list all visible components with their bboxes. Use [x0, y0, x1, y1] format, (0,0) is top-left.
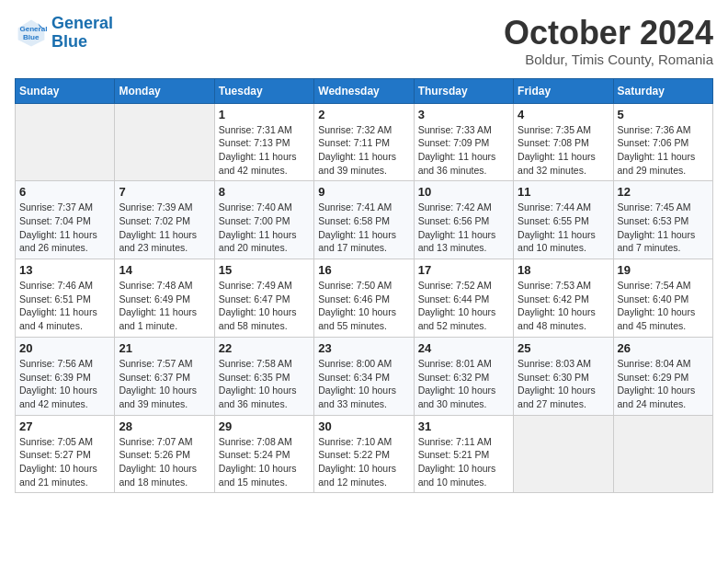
calendar-cell: 5Sunrise: 7:36 AM Sunset: 7:06 PM Daylig…: [613, 103, 712, 181]
calendar-cell: 13Sunrise: 7:46 AM Sunset: 6:51 PM Dayli…: [16, 259, 115, 338]
day-number: 16: [318, 263, 409, 277]
day-number: 6: [19, 185, 110, 199]
day-info: Sunrise: 8:03 AM Sunset: 6:30 PM Dayligh…: [518, 357, 609, 411]
weekday-header: Sunday: [16, 78, 115, 103]
calendar-cell: [613, 415, 712, 493]
calendar-cell: 31Sunrise: 7:11 AM Sunset: 5:21 PM Dayli…: [414, 415, 513, 493]
day-number: 30: [318, 419, 409, 433]
day-number: 22: [219, 341, 310, 355]
calendar-cell: 29Sunrise: 7:08 AM Sunset: 5:24 PM Dayli…: [214, 415, 313, 493]
day-info: Sunrise: 7:49 AM Sunset: 6:47 PM Dayligh…: [219, 279, 310, 333]
calendar-cell: 27Sunrise: 7:05 AM Sunset: 5:27 PM Dayli…: [16, 415, 115, 493]
day-info: Sunrise: 7:33 AM Sunset: 7:09 PM Dayligh…: [418, 123, 509, 178]
day-info: Sunrise: 7:54 AM Sunset: 6:40 PM Dayligh…: [618, 279, 709, 333]
weekday-header: Wednesday: [314, 78, 414, 103]
day-number: 10: [418, 185, 509, 199]
day-info: Sunrise: 7:56 AM Sunset: 6:39 PM Dayligh…: [19, 357, 110, 411]
svg-text:General: General: [19, 25, 47, 33]
day-number: 2: [318, 108, 409, 121]
calendar-cell: 16Sunrise: 7:50 AM Sunset: 6:46 PM Dayli…: [314, 259, 414, 338]
day-number: 25: [518, 341, 609, 355]
day-info: Sunrise: 7:35 AM Sunset: 7:08 PM Dayligh…: [518, 123, 609, 178]
calendar-cell: 2Sunrise: 7:32 AM Sunset: 7:11 PM Daylig…: [314, 103, 414, 181]
page-header: General Blue General Blue October 2024 B…: [15, 15, 713, 67]
calendar-cell: 17Sunrise: 7:52 AM Sunset: 6:44 PM Dayli…: [414, 259, 513, 338]
weekday-header: Thursday: [414, 78, 513, 103]
day-number: 3: [418, 108, 509, 121]
day-number: 15: [219, 263, 310, 277]
calendar-cell: 4Sunrise: 7:35 AM Sunset: 7:08 PM Daylig…: [514, 103, 613, 181]
calendar-cell: 21Sunrise: 7:57 AM Sunset: 6:37 PM Dayli…: [115, 337, 214, 415]
calendar-title: October 2024: [504, 15, 713, 52]
day-number: 27: [19, 419, 110, 433]
calendar-cell: 9Sunrise: 7:41 AM Sunset: 6:58 PM Daylig…: [314, 181, 414, 259]
day-number: 18: [518, 263, 609, 277]
calendar-cell: 7Sunrise: 7:39 AM Sunset: 7:02 PM Daylig…: [115, 181, 214, 259]
calendar-cell: [115, 103, 214, 181]
calendar-week-row: 1Sunrise: 7:31 AM Sunset: 7:13 PM Daylig…: [16, 103, 713, 181]
calendar-cell: 11Sunrise: 7:44 AM Sunset: 6:55 PM Dayli…: [514, 181, 613, 259]
day-info: Sunrise: 7:48 AM Sunset: 6:49 PM Dayligh…: [119, 279, 210, 333]
day-info: Sunrise: 7:39 AM Sunset: 7:02 PM Dayligh…: [119, 201, 210, 255]
calendar-week-row: 13Sunrise: 7:46 AM Sunset: 6:51 PM Dayli…: [16, 259, 713, 338]
day-info: Sunrise: 7:08 AM Sunset: 5:24 PM Dayligh…: [219, 435, 310, 489]
day-number: 14: [119, 263, 210, 277]
day-number: 4: [518, 108, 609, 121]
calendar-cell: 30Sunrise: 7:10 AM Sunset: 5:22 PM Dayli…: [314, 415, 414, 493]
title-block: October 2024 Boldur, Timis County, Roman…: [504, 15, 713, 67]
day-info: Sunrise: 7:46 AM Sunset: 6:51 PM Dayligh…: [19, 279, 110, 333]
logo-text: General Blue: [51, 15, 113, 52]
day-number: 28: [119, 419, 210, 433]
day-info: Sunrise: 7:57 AM Sunset: 6:37 PM Dayligh…: [119, 357, 210, 411]
day-info: Sunrise: 8:04 AM Sunset: 6:29 PM Dayligh…: [618, 357, 709, 411]
day-number: 11: [518, 185, 609, 199]
day-number: 31: [418, 419, 509, 433]
day-info: Sunrise: 7:31 AM Sunset: 7:13 PM Dayligh…: [219, 123, 310, 178]
day-info: Sunrise: 7:40 AM Sunset: 7:00 PM Dayligh…: [219, 201, 310, 255]
day-number: 29: [219, 419, 310, 433]
day-info: Sunrise: 7:45 AM Sunset: 6:53 PM Dayligh…: [618, 201, 709, 255]
calendar-cell: 6Sunrise: 7:37 AM Sunset: 7:04 PM Daylig…: [16, 181, 115, 259]
day-info: Sunrise: 7:44 AM Sunset: 6:55 PM Dayligh…: [518, 201, 609, 255]
calendar-cell: 20Sunrise: 7:56 AM Sunset: 6:39 PM Dayli…: [16, 337, 115, 415]
calendar-cell: 18Sunrise: 7:53 AM Sunset: 6:42 PM Dayli…: [514, 259, 613, 338]
calendar-cell: 19Sunrise: 7:54 AM Sunset: 6:40 PM Dayli…: [613, 259, 712, 338]
day-number: 17: [418, 263, 509, 277]
day-info: Sunrise: 7:05 AM Sunset: 5:27 PM Dayligh…: [19, 435, 110, 489]
day-info: Sunrise: 7:11 AM Sunset: 5:21 PM Dayligh…: [418, 435, 509, 489]
day-number: 19: [618, 263, 709, 277]
day-info: Sunrise: 7:50 AM Sunset: 6:46 PM Dayligh…: [318, 279, 409, 333]
calendar-cell: [514, 415, 613, 493]
weekday-header: Friday: [514, 78, 613, 103]
day-number: 9: [318, 185, 409, 199]
calendar-cell: 8Sunrise: 7:40 AM Sunset: 7:00 PM Daylig…: [214, 181, 313, 259]
logo: General Blue General Blue: [15, 15, 113, 52]
calendar-cell: 10Sunrise: 7:42 AM Sunset: 6:56 PM Dayli…: [414, 181, 513, 259]
day-number: 24: [418, 341, 509, 355]
day-number: 12: [618, 185, 709, 199]
day-info: Sunrise: 8:01 AM Sunset: 6:32 PM Dayligh…: [418, 357, 509, 411]
calendar-cell: 26Sunrise: 8:04 AM Sunset: 6:29 PM Dayli…: [613, 337, 712, 415]
calendar-cell: 23Sunrise: 8:00 AM Sunset: 6:34 PM Dayli…: [314, 337, 414, 415]
calendar-cell: 24Sunrise: 8:01 AM Sunset: 6:32 PM Dayli…: [414, 337, 513, 415]
day-number: 1: [219, 108, 310, 121]
day-number: 21: [119, 341, 210, 355]
day-number: 13: [19, 263, 110, 277]
weekday-header: Monday: [115, 78, 214, 103]
calendar-cell: 25Sunrise: 8:03 AM Sunset: 6:30 PM Dayli…: [514, 337, 613, 415]
day-info: Sunrise: 7:52 AM Sunset: 6:44 PM Dayligh…: [418, 279, 509, 333]
calendar-week-row: 27Sunrise: 7:05 AM Sunset: 5:27 PM Dayli…: [16, 415, 713, 493]
day-number: 23: [318, 341, 409, 355]
calendar-cell: 12Sunrise: 7:45 AM Sunset: 6:53 PM Dayli…: [613, 181, 712, 259]
logo-icon: General Blue: [15, 17, 48, 50]
weekday-header: Saturday: [613, 78, 712, 103]
calendar-cell: [16, 103, 115, 181]
day-info: Sunrise: 7:37 AM Sunset: 7:04 PM Dayligh…: [19, 201, 110, 255]
day-info: Sunrise: 7:42 AM Sunset: 6:56 PM Dayligh…: [418, 201, 509, 255]
svg-text:Blue: Blue: [23, 33, 40, 41]
day-info: Sunrise: 7:58 AM Sunset: 6:35 PM Dayligh…: [219, 357, 310, 411]
calendar-cell: 3Sunrise: 7:33 AM Sunset: 7:09 PM Daylig…: [414, 103, 513, 181]
calendar-cell: 14Sunrise: 7:48 AM Sunset: 6:49 PM Dayli…: [115, 259, 214, 338]
day-info: Sunrise: 8:00 AM Sunset: 6:34 PM Dayligh…: [318, 357, 409, 411]
calendar-subtitle: Boldur, Timis County, Romania: [504, 52, 713, 67]
